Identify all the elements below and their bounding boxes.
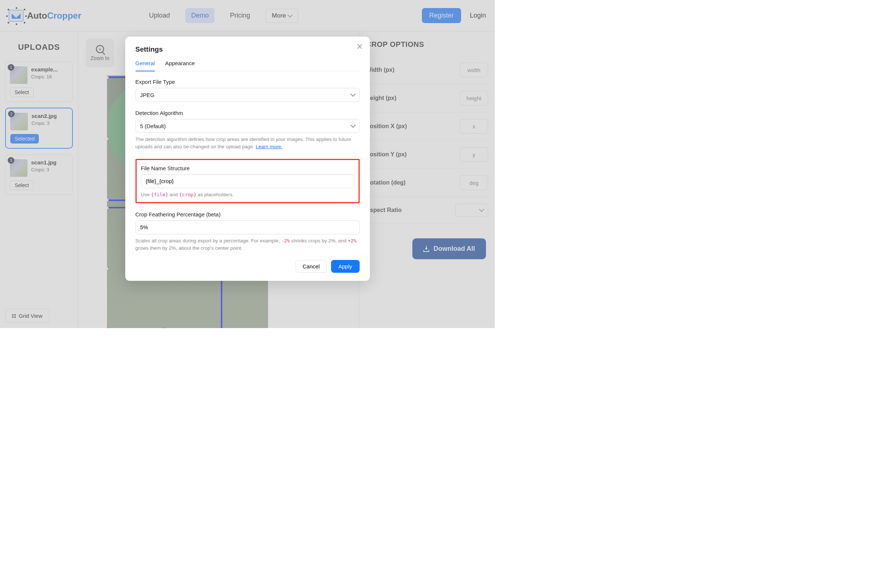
close-icon — [357, 44, 363, 50]
filename-label: File Name Structure — [141, 165, 354, 171]
export-type-select[interactable]: JPEG — [135, 88, 360, 102]
learn-more-link[interactable]: Learn more. — [256, 144, 282, 149]
detection-help: The detection algorithm defines how crop… — [135, 136, 360, 151]
tab-general[interactable]: General — [135, 60, 155, 71]
chevron-down-icon — [350, 92, 355, 97]
tab-appearance[interactable]: Appearance — [165, 60, 195, 71]
detection-label: Detection Algorithm — [135, 110, 360, 116]
apply-button[interactable]: Apply — [331, 260, 360, 273]
export-type-value: JPEG — [140, 92, 155, 98]
settings-tabs: General Appearance — [135, 60, 360, 71]
chevron-down-icon — [350, 123, 355, 128]
feather-help: Scales all crop areas during export by a… — [135, 237, 360, 252]
close-button[interactable] — [356, 43, 363, 51]
export-type-label: Export File Type — [135, 79, 360, 85]
filename-structure-input[interactable] — [141, 174, 354, 188]
filename-help: Use {file} and {crop} as placeholders. — [141, 191, 354, 198]
feather-label: Crop Feathering Percentage (beta) — [135, 211, 360, 218]
feather-percentage-input[interactable] — [135, 220, 360, 234]
modal-title: Settings — [135, 45, 360, 54]
modal-overlay[interactable]: Settings General Appearance Export File … — [0, 0, 495, 328]
detection-algorithm-select[interactable]: 5 (Default) — [135, 119, 360, 133]
filename-structure-highlight: File Name Structure Use {file} and {crop… — [135, 159, 360, 203]
settings-modal: Settings General Appearance Export File … — [125, 37, 370, 281]
cancel-button[interactable]: Cancel — [296, 260, 327, 273]
detection-value: 5 (Default) — [140, 123, 166, 129]
